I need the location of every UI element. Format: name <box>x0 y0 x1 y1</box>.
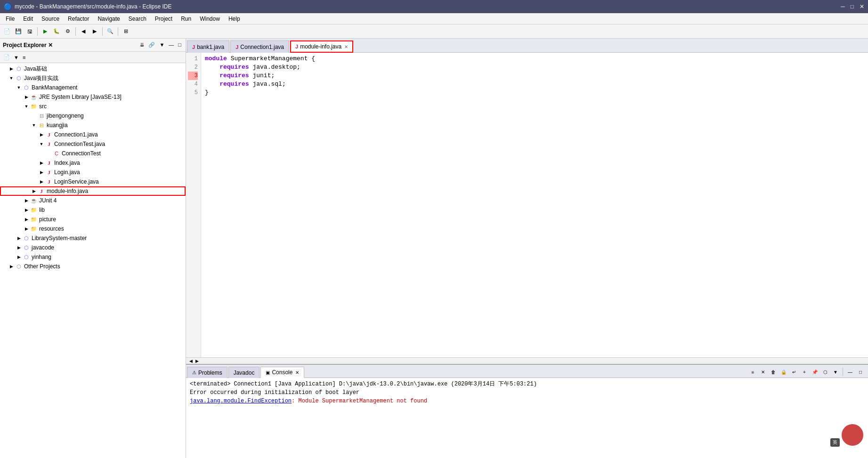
menu-file[interactable]: File <box>2 15 18 23</box>
tab-java-icon: J <box>192 44 195 50</box>
tree-label: jibengongneng <box>47 112 84 119</box>
tree-label: src <box>39 103 47 110</box>
scroll-lock-button[interactable]: 🔒 <box>779 367 788 377</box>
close-button[interactable]: ✕ <box>860 3 864 10</box>
maximize-button[interactable]: □ <box>851 3 854 10</box>
view-menu-icon[interactable]: ▼ <box>158 41 166 48</box>
tab-connection1[interactable]: J Connection1.java <box>230 40 289 53</box>
console-close-button[interactable]: ✕ <box>295 370 299 375</box>
open-console-button[interactable]: ⬡ <box>820 367 830 377</box>
next-button[interactable]: ▶ <box>89 26 100 37</box>
folder-icon: 📁 <box>30 225 38 233</box>
menu-search[interactable]: Search <box>125 15 150 23</box>
new-button[interactable]: 📄 <box>2 26 12 37</box>
tab-console[interactable]: ▣ Console ✕ <box>260 367 304 378</box>
prev-button[interactable]: ◀ <box>78 26 89 37</box>
menu-project[interactable]: Project <box>151 15 176 23</box>
tree-item-connection1[interactable]: ▶ J Connection1.java <box>0 130 186 139</box>
tree-item-yinhang[interactable]: ▶ ⬡ yinhang <box>0 252 186 262</box>
tree-item-login[interactable]: ▶ J Login.java <box>0 168 186 177</box>
tree-label: JRE System Library [JavaSE-13] <box>39 94 122 100</box>
tree-item-connectiontest-class[interactable]: C ConnectionTest <box>0 149 186 158</box>
maximize-view-icon[interactable]: □ <box>177 41 183 48</box>
tree-item-java-projects[interactable]: ▼ ⬡ Java项目实战 <box>0 73 186 83</box>
tree-item-connectiontest[interactable]: ▼ J ConnectionTest.java <box>0 139 186 149</box>
tab-label: Connection1.java <box>240 44 284 50</box>
user-avatar[interactable] <box>841 423 864 447</box>
remove-launch-button[interactable]: ✕ <box>758 367 768 377</box>
minimize-view-icon[interactable]: — <box>167 41 175 48</box>
console-options-button[interactable]: ▼ <box>831 367 840 377</box>
code-content[interactable]: module SupermarketManagement { requires … <box>201 53 868 357</box>
tree-label: lib <box>39 207 45 213</box>
scroll-right-icon[interactable]: ▶ <box>194 359 200 363</box>
tree-item-resources[interactable]: ▶ 📁 resources <box>0 224 186 233</box>
tree-item-picture[interactable]: ▶ 📁 picture <box>0 215 186 224</box>
tree-item-src[interactable]: ▼ 📁 src <box>0 102 186 111</box>
menu-bar: File Edit Source Refactor Navigate Searc… <box>0 13 868 24</box>
java-icon: J <box>38 187 45 195</box>
clear-console-button[interactable]: 🗑 <box>769 367 778 377</box>
title-bar-controls[interactable]: ─ □ ✕ <box>841 3 864 10</box>
link-with-editor-icon[interactable]: 🔗 <box>147 41 156 48</box>
project-icon: ⬡ <box>23 253 30 261</box>
menu-navigate[interactable]: Navigate <box>94 15 123 23</box>
menu-run[interactable]: Run <box>177 15 195 23</box>
tab-close-button[interactable]: ✕ <box>344 44 348 49</box>
tab-problems[interactable]: ⚠ Problems <box>187 367 227 378</box>
word-wrap-button[interactable]: ↵ <box>789 367 799 377</box>
toolbar: 📄 💾 🖫 ▶ 🐛 ⚙ ◀ ▶ 🔍 ⊞ <box>0 24 868 39</box>
scroll-left-icon[interactable]: ◀ <box>188 359 194 363</box>
tab-javadoc[interactable]: Javadoc <box>228 367 260 378</box>
perspective-button[interactable]: ⊞ <box>121 26 131 37</box>
filter-icon[interactable]: ▼ <box>12 54 20 61</box>
tree-item-bankmanagement[interactable]: ▼ ⬡ BankManagement <box>0 83 186 92</box>
exception-link[interactable]: java.lang.module.FindException <box>190 398 292 404</box>
tree-item-kuangjia[interactable]: ▼ ⊟ kuangjia <box>0 121 186 130</box>
collapse-all-icon[interactable]: ⇊ <box>138 41 146 48</box>
debug-button[interactable]: 🐛 <box>51 26 62 37</box>
tree-item-librarysystem[interactable]: ▶ ⬡ LibrarySystem-master <box>0 233 186 243</box>
line-num-5: 5 <box>188 88 198 97</box>
tree-label: Login.java <box>54 169 80 176</box>
tree-item-lib[interactable]: ▶ 📁 lib <box>0 205 186 215</box>
new-console-button[interactable]: + <box>800 367 809 377</box>
lang-badge[interactable]: 英 <box>830 438 840 447</box>
tree-label: javacode <box>32 244 54 251</box>
tree-item-other-projects[interactable]: ▶ ⬡ Other Projects <box>0 262 186 271</box>
minimize-button[interactable]: ─ <box>841 3 845 10</box>
tab-moduleinfo[interactable]: J module-info.java ✕ <box>290 40 353 53</box>
menu-source[interactable]: Source <box>38 15 63 23</box>
maximize-panel-button[interactable]: □ <box>856 367 865 377</box>
tree-item-loginservice[interactable]: ▶ J LoginService.java <box>0 177 186 186</box>
jre-icon: ☕ <box>30 93 38 101</box>
menu-edit[interactable]: Edit <box>19 15 37 23</box>
tree-item-index[interactable]: ▶ J Index.java <box>0 158 186 168</box>
tree-item-jibengongneng[interactable]: ⊟ jibengongneng <box>0 111 186 121</box>
tree-item-javacode[interactable]: ▶ ⬡ javacode <box>0 243 186 252</box>
run-button[interactable]: ▶ <box>40 26 50 37</box>
new-file-icon[interactable]: 📄 <box>2 54 11 61</box>
menu-refactor[interactable]: Refactor <box>64 15 93 23</box>
tab-bank1[interactable]: J bank1.java <box>187 40 229 53</box>
sort-icon[interactable]: ≡ <box>21 54 27 61</box>
minimize-panel-button[interactable]: — <box>845 367 855 377</box>
bottom-panel: ⚠ Problems Javadoc ▣ Console ✕ <box>186 364 868 458</box>
tree-item-java-basics[interactable]: ▶ ⬡ Java基础 <box>0 64 186 73</box>
toolbar-separator-1 <box>37 27 38 36</box>
search-button[interactable]: 🔍 <box>105 26 115 37</box>
tree-item-junit4[interactable]: ▶ ☕ JUnit 4 <box>0 196 186 205</box>
terminate-button[interactable]: ■ <box>748 367 757 377</box>
run-last-button[interactable]: ⚙ <box>63 26 73 37</box>
menu-help[interactable]: Help <box>225 15 244 23</box>
tree-item-jre[interactable]: ▶ ☕ JRE System Library [JavaSE-13] <box>0 92 186 102</box>
save-button[interactable]: 💾 <box>13 26 24 37</box>
junit-icon: ☕ <box>30 197 38 204</box>
pin-console-button[interactable]: 📌 <box>810 367 819 377</box>
code-line-4: requires java.sql; <box>205 80 864 88</box>
save-all-button[interactable]: 🖫 <box>24 26 35 37</box>
menu-window[interactable]: Window <box>196 15 224 23</box>
code-editor[interactable]: 1 2 3 4 5 module SupermarketManagement {… <box>186 53 868 357</box>
editor-hscroll[interactable]: ◀ ▶ <box>186 357 868 364</box>
tree-item-moduleinfo[interactable]: ▶ J module-info.java <box>0 186 186 196</box>
